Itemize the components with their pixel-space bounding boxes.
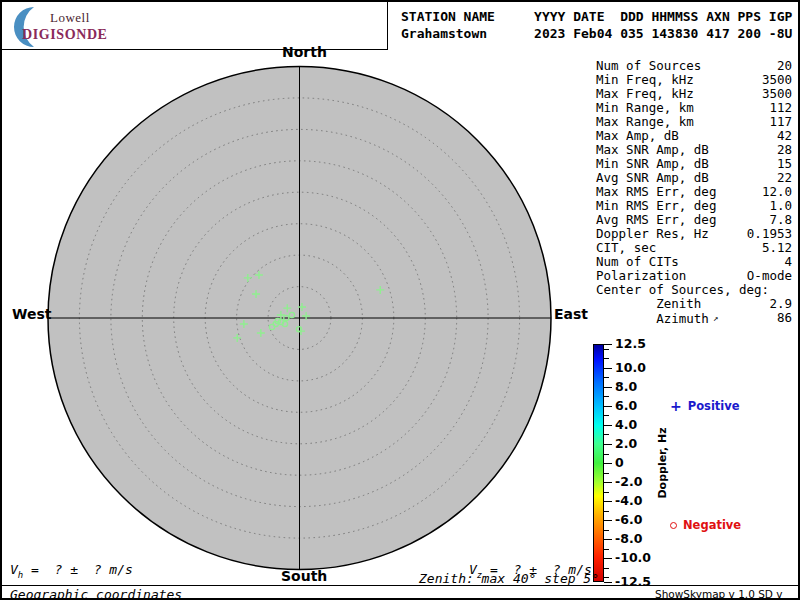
panel-row-value: 117 (769, 115, 792, 129)
legend-negative-label: Negative (683, 518, 741, 532)
colorbar-minor-tick (604, 577, 609, 578)
panel-row-value: 15 (777, 157, 792, 171)
colorbar-tick-label: 10.0 (615, 360, 646, 376)
circle-marker-icon (670, 522, 677, 529)
panel-row-label: CIT, sec (596, 241, 656, 255)
colorbar-tick-label: -2.0 (615, 474, 642, 490)
colorbar-tick-label: -8.0 (615, 531, 642, 547)
colorbar-minor-tick (604, 377, 609, 378)
panel-row: Azimuth↗86 (596, 311, 792, 325)
panel-row: Max Range, km117 (596, 115, 792, 129)
colorbar-tick-label: -10.0 (615, 550, 651, 566)
panel-row-label: Min RMS Err, deg (596, 199, 716, 213)
panel-row-label: Max SNR Amp, dB (596, 143, 709, 157)
colorbar-major-tick (604, 501, 612, 502)
colorbar-minor-tick (604, 568, 609, 569)
panel-row: Min RMS Err, deg1.0 (596, 199, 792, 213)
colorbar-minor-tick (604, 434, 609, 435)
plus-marker-icon: + (670, 398, 682, 414)
colorbar-tick-label: -12.5 (615, 574, 651, 590)
colorbar-major-tick (604, 387, 612, 388)
panel-row: Max RMS Err, deg12.0 (596, 185, 792, 199)
compass-west-label: West (12, 306, 51, 322)
panel-row-value: 4 (784, 255, 792, 269)
panel-row-label: Min Range, km (596, 101, 694, 115)
data-panel: Num of Sources20Min Freq, kHz3500Max Fre… (596, 59, 792, 325)
colorbar-minor-tick (604, 511, 609, 512)
panel-row: PolarizationO-mode (596, 269, 792, 283)
station-header: STATION NAME YYYY DATE DDD HHMMSS AXN PP… (401, 8, 792, 42)
panel-row-label: Azimuth↗ (596, 311, 718, 325)
azimuth-direction-icon: ↗ (713, 313, 718, 323)
panel-row-value: 22 (777, 171, 792, 185)
colorbar-gradient (593, 344, 604, 582)
panel-row-value: 42 (777, 129, 792, 143)
panel-row-label: Max RMS Err, deg (596, 185, 716, 199)
panel-row-value: 0.1953 (747, 227, 792, 241)
colorbar-tick-label: 8.0 (615, 379, 637, 395)
version-label: ShowSkymap v 1.0 SD v 5.1 (655, 588, 798, 600)
showskymap-window: Lowell DIGISONDE STATION NAME YYYY DATE … (0, 0, 800, 600)
colorbar-major-tick (604, 368, 612, 369)
colorbar-major-tick (604, 539, 612, 540)
colorbar-axis-label: Doppler, Hz (656, 413, 670, 513)
colorbar-major-tick (604, 482, 612, 483)
station-header-values: Grahamstown 2023 Feb04 035 143830 417 20… (401, 25, 792, 42)
panel-row: Avg RMS Err, deg7.8 (596, 213, 792, 227)
colorbar-minor-tick (604, 492, 609, 493)
colorbar-tick-label: 2.0 (615, 436, 637, 452)
footer-divider (2, 585, 798, 586)
panel-row-label: Num of CITs (596, 255, 679, 269)
panel-row: Center of Sources, deg: (596, 283, 792, 297)
panel-row-value: 86 (777, 311, 792, 325)
panel-row: Max Freq, kHz3500 (596, 87, 792, 101)
colorbar-minor-tick (604, 415, 609, 416)
panel-row-label: Min SNR Amp, dB (596, 157, 709, 171)
panel-row: Max SNR Amp, dB28 (596, 143, 792, 157)
panel-row: Max Amp, dB42 (596, 129, 792, 143)
panel-row-label: Max Range, km (596, 115, 694, 129)
colorbar-major-tick (604, 425, 612, 426)
logo-text-digisonde: DIGISONDE (22, 27, 108, 43)
colorbar-tick-label: 12.5 (615, 336, 646, 352)
panel-row-value: 20 (777, 59, 792, 73)
station-header-columns: STATION NAME YYYY DATE DDD HHMMSS AXN PP… (401, 8, 792, 25)
panel-row-value: 12.0 (762, 185, 792, 199)
panel-row-value: O-mode (747, 269, 792, 283)
compass-east-label: East (554, 306, 588, 322)
panel-row-label: Polarization (596, 269, 686, 283)
panel-row: Num of CITs4 (596, 255, 792, 269)
panel-row: Min Range, km112 (596, 101, 792, 115)
panel-row-value: 7.8 (769, 213, 792, 227)
colorbar-tick-label: -4.0 (615, 493, 642, 509)
colorbar-minor-tick (604, 454, 609, 455)
panel-row: Min Freq, kHz3500 (596, 73, 792, 87)
panel-row-label: Max Freq, kHz (596, 87, 694, 101)
panel-row: CIT, sec5.12 (596, 241, 792, 255)
panel-row-label: Max Amp, dB (596, 129, 679, 143)
panel-row-value: 5.12 (762, 241, 792, 255)
colorbar-tick-label: 0 (615, 455, 624, 471)
legend-negative: Negative (670, 518, 741, 532)
panel-row: Min SNR Amp, dB15 (596, 157, 792, 171)
panel-row: Avg SNR Amp, dB22 (596, 171, 792, 185)
colorbar-major-tick (604, 344, 612, 345)
legend-positive-label: Positive (688, 399, 740, 413)
compass-south-label: South (281, 568, 319, 584)
coordinates-note: Geographic coordinates (10, 587, 182, 600)
colorbar-minor-tick (604, 396, 609, 397)
panel-row-label: Avg SNR Amp, dB (596, 171, 709, 185)
panel-row: Num of Sources20 (596, 59, 792, 73)
panel-row-value: 3500 (762, 87, 792, 101)
colorbar-minor-tick (604, 530, 609, 531)
panel-row-label: Avg RMS Err, deg (596, 213, 716, 227)
legend-positive: +Positive (670, 398, 740, 414)
colorbar-major-tick (604, 582, 612, 583)
colorbar-minor-tick (604, 358, 609, 359)
panel-row: Doppler Res, Hz0.1953 (596, 227, 792, 241)
zenith-scale-note: Zenith: max 40° step 5° (419, 571, 599, 586)
colorbar-tick-label: 6.0 (615, 398, 637, 414)
compass-north-label: North (282, 44, 318, 60)
panel-row-label: Doppler Res, Hz (596, 227, 709, 241)
panel-row-value: 112 (769, 101, 792, 115)
